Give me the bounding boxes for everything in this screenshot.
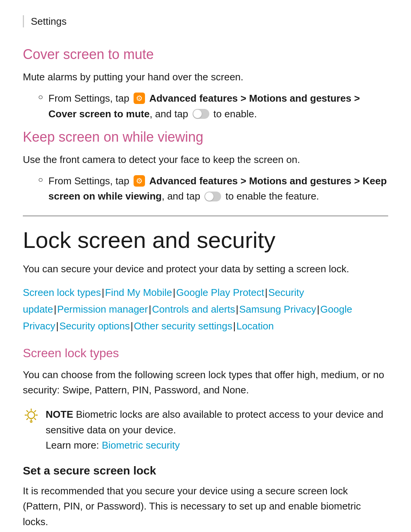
page-title: Settings (31, 16, 67, 27)
cover-screen-bullets: ○ From Settings, tap Advanced features >… (38, 91, 388, 121)
note-lightbulb-icon (23, 407, 40, 424)
keep-screen-body: Use the front camera to detect your face… (23, 152, 388, 167)
link-screen-lock-types[interactable]: Screen lock types (23, 287, 101, 298)
link-google-play-protect[interactable]: Google Play Protect (176, 287, 264, 298)
link-other-security[interactable]: Other security settings (134, 320, 233, 332)
note-box: NOTE Biometric locks are also available … (23, 407, 388, 453)
screen-lock-types-body: You can choose from the following screen… (23, 367, 388, 398)
keep-screen-bullet-text: From Settings, tap Advanced features > M… (48, 173, 388, 204)
link-controls-alerts[interactable]: Controls and alerts (152, 304, 235, 315)
section-divider (23, 216, 388, 216)
cover-screen-bullet-text: From Settings, tap Advanced features > M… (48, 91, 388, 121)
svg-line-7 (35, 411, 36, 412)
link-find-my-mobile[interactable]: Find My Mobile (105, 287, 172, 298)
toggle-icon-1 (193, 109, 209, 119)
links-section: Screen lock types|Find My Mobile|Google … (23, 284, 388, 335)
link-samsung-privacy[interactable]: Samsung Privacy (239, 304, 316, 315)
link-biometric-security[interactable]: Biometric security (102, 439, 180, 451)
keep-screen-section: Keep screen on while viewing Use the fro… (23, 129, 388, 204)
set-secure-lock-heading: Set a secure screen lock (23, 464, 388, 477)
keep-screen-heading: Keep screen on while viewing (23, 129, 388, 145)
toggle-icon-2 (204, 192, 221, 201)
svg-line-5 (27, 411, 28, 412)
keep-screen-bullet-1: ○ From Settings, tap Advanced features >… (38, 173, 388, 204)
keep-screen-bullets: ○ From Settings, tap Advanced features >… (38, 173, 388, 204)
set-secure-lock-body: It is recommended that you secure your d… (23, 483, 388, 529)
set-secure-lock-section: Set a secure screen lock It is recommend… (23, 464, 388, 532)
link-location[interactable]: Location (236, 320, 274, 332)
note-label: NOTE (46, 409, 73, 420)
page-wrapper: Settings Cover screen to mute Mute alarm… (0, 0, 411, 532)
page-header: Settings (23, 15, 388, 27)
svg-point-0 (28, 412, 35, 419)
bullet-circle-icon: ○ (38, 92, 43, 102)
settings-icon-2 (134, 175, 145, 187)
links-text: Screen lock types|Find My Mobile|Google … (23, 287, 352, 332)
lock-screen-body: You can secure your device and protect y… (23, 261, 388, 276)
cover-screen-heading: Cover screen to mute (23, 46, 388, 62)
note-content: NOTE Biometric locks are also available … (46, 407, 388, 453)
cover-screen-body: Mute alarms by putting your hand over th… (23, 69, 388, 85)
svg-line-8 (27, 419, 28, 420)
link-security-options[interactable]: Security options (59, 320, 130, 332)
settings-icon-1 (134, 93, 145, 104)
bullet-circle-icon-2: ○ (38, 175, 43, 185)
cover-screen-section: Cover screen to mute Mute alarms by putt… (23, 46, 388, 121)
lock-screen-heading: Lock screen and security (23, 228, 388, 253)
screen-lock-types-heading: Screen lock types (23, 346, 388, 360)
cover-screen-bullet-1: ○ From Settings, tap Advanced features >… (38, 91, 388, 121)
lock-screen-section: Lock screen and security You can secure … (23, 228, 388, 335)
screen-lock-types-section: Screen lock types You can choose from th… (23, 346, 388, 453)
svg-line-6 (35, 419, 36, 420)
link-permission-manager[interactable]: Permission manager (57, 304, 148, 315)
